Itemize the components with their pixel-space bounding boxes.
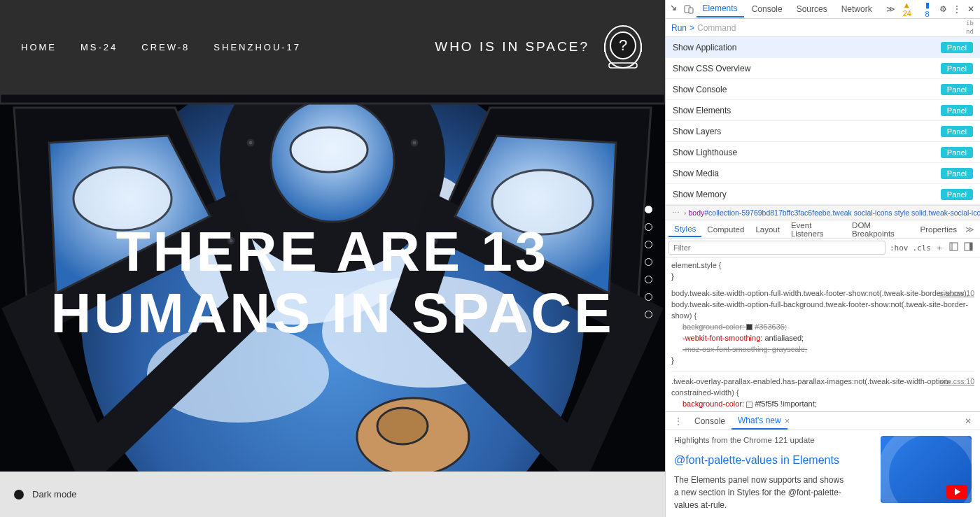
cmd-show-elements[interactable]: Show ElementsPanel	[666, 100, 980, 121]
brand-text: WHO IS IN SPACE?	[435, 39, 589, 55]
brand[interactable]: WHO IS IN SPACE? ?	[435, 0, 644, 94]
cmd-show-layers[interactable]: Show LayersPanel	[666, 121, 980, 142]
dark-mode-dot-icon	[14, 490, 24, 500]
drawer-video-thumb[interactable]	[881, 436, 972, 503]
cmd-show-lighthouse[interactable]: Show LighthousePanel	[666, 142, 980, 163]
hero-section: THERE ARE 13 HUMANS IN SPACE	[0, 94, 665, 472]
svg-point-19	[377, 408, 428, 444]
drawer-description: The Elements panel now supports and show…	[674, 474, 849, 511]
svg-point-14	[290, 127, 368, 172]
command-prompt-icon: >	[690, 23, 694, 33]
subtab-computed[interactable]: Computed	[701, 222, 750, 236]
dark-mode-bar[interactable]: Dark mode	[0, 472, 665, 517]
close-devtools-icon[interactable]: ✕	[965, 3, 977, 15]
tab-sources[interactable]: Sources	[790, 1, 834, 17]
inspect-icon[interactable]	[668, 3, 681, 15]
hov-toggle[interactable]: :hov	[890, 243, 909, 253]
subtab-overflow-icon[interactable]: ≫	[962, 225, 977, 234]
computed-styles-icon[interactable]	[949, 242, 958, 253]
nav-crew8[interactable]: CREW-8	[141, 42, 190, 52]
tab-elements[interactable]: Elements	[696, 1, 744, 17]
cmd-show-application[interactable]: Show ApplicationPanel	[666, 37, 980, 58]
source-link[interactable]: site.css:10	[939, 376, 974, 387]
dark-mode-label: Dark mode	[32, 489, 77, 500]
styles-filter-input[interactable]	[668, 241, 886, 255]
website-pane: HOME MS-24 CREW-8 SHENZHOU-17 WHO IS IN …	[0, 0, 665, 517]
drawer-more-icon[interactable]: ⋮	[668, 416, 688, 426]
info-count[interactable]: ▮ 8	[925, 1, 936, 18]
hero-title: THERE ARE 13 HUMANS IN SPACE	[0, 221, 665, 344]
subtab-properties[interactable]: Properties	[915, 222, 962, 236]
svg-rect-26	[950, 243, 958, 250]
drawer-tab-whats-new[interactable]: What's new	[732, 413, 788, 430]
devtools-tabstrip: Elements Console Sources Network ≫ ▲ 24 …	[666, 0, 980, 19]
tab-network[interactable]: Network	[835, 1, 878, 17]
drawer-headline[interactable]: @font-palette-values in Elements	[674, 454, 872, 467]
cls-toggle[interactable]: .cls	[913, 243, 932, 253]
chevron-icon: ⋯	[672, 208, 680, 217]
cmd-show-console[interactable]: Show ConsolePanel	[666, 79, 980, 100]
styles-filter-row: :hov .cls ＋	[666, 239, 980, 257]
drawer-tab-close-icon[interactable]: ×	[785, 416, 790, 426]
nav-shenzhou17[interactable]: SHENZHOU-17	[214, 42, 301, 52]
drawer-close-icon[interactable]: ✕	[959, 416, 977, 426]
dot-7[interactable]	[645, 311, 652, 318]
dot-4[interactable]	[645, 258, 652, 266]
devtools-drawer: ⋮ Console What's new × ✕ Highlights from…	[666, 411, 980, 517]
subtab-layout[interactable]: Layout	[750, 222, 785, 236]
command-menu-list: Show ApplicationPanel Show CSS OverviewP…	[666, 37, 980, 205]
svg-rect-25	[689, 8, 693, 13]
warning-count[interactable]: ▲ 24	[903, 1, 921, 17]
breadcrumb-tag[interactable]: body	[689, 208, 705, 217]
astronaut-helmet-icon: ?	[602, 22, 644, 71]
dot-2[interactable]	[645, 223, 652, 231]
settings-icon[interactable]: ⚙	[937, 3, 950, 15]
tab-overflow[interactable]: ≫	[880, 1, 902, 17]
source-link[interactable]: site.css:10	[939, 288, 974, 299]
dot-5[interactable]	[645, 276, 652, 283]
more-icon[interactable]: ⋮	[951, 3, 963, 15]
subtab-event-listeners[interactable]: Event Listeners	[785, 218, 846, 241]
devtools-pane: ib nd umn id ro iz do ex te e- le -la > …	[665, 0, 980, 517]
cmd-show-memory[interactable]: Show MemoryPanel	[666, 184, 980, 205]
cmd-show-css-overview[interactable]: Show CSS OverviewPanel	[666, 58, 980, 79]
device-toolbar-icon[interactable]	[682, 3, 695, 15]
command-menu-bar: Run > Command	[666, 19, 980, 37]
drawer-body: Highlights from the Chrome 121 update @f…	[666, 430, 980, 517]
rule-element-style[interactable]: element.style { }	[671, 260, 974, 283]
main-nav: HOME MS-24 CREW-8 SHENZHOU-17	[21, 42, 301, 52]
command-run-label: Run	[671, 23, 687, 33]
dot-3[interactable]	[645, 241, 652, 248]
subtab-dom-breakpoints[interactable]: DOM Breakpoints	[846, 218, 914, 241]
breadcrumb-classes[interactable]: #collection-59769bd817bffc3fac6feebe.twe…	[704, 208, 980, 217]
drawer-tabstrip: ⋮ Console What's new × ✕	[666, 412, 980, 430]
styles-rules: element.style { } site.css:10 body.tweak…	[666, 257, 980, 411]
drawer-tab-console[interactable]: Console	[688, 413, 732, 429]
styles-subtabs: Styles Computed Layout Event Listeners D…	[666, 220, 980, 239]
svg-rect-29	[969, 243, 972, 250]
youtube-play-icon	[946, 485, 967, 499]
site-header: HOME MS-24 CREW-8 SHENZHOU-17 WHO IS IN …	[0, 0, 665, 94]
dot-6[interactable]	[645, 293, 652, 301]
svg-text:?: ?	[619, 36, 627, 54]
svg-point-21	[412, 140, 417, 146]
command-input[interactable]: Command	[697, 23, 736, 33]
drawer-highlight: Highlights from the Chrome 121 update	[674, 436, 872, 444]
toggle-sidebar-icon[interactable]	[964, 242, 973, 253]
cmd-show-media[interactable]: Show MediaPanel	[666, 163, 980, 184]
svg-point-20	[248, 140, 253, 146]
svg-rect-17	[0, 94, 665, 104]
rule-tweak-footer[interactable]: site.css:10 body.tweak-site-width-option…	[671, 288, 974, 367]
rule-parallax[interactable]: site.css:10 .tweak-overlay-parallax-enab…	[671, 376, 974, 411]
new-style-rule-icon[interactable]: ＋	[935, 242, 944, 254]
nav-home[interactable]: HOME	[21, 42, 57, 52]
tab-console[interactable]: Console	[746, 1, 789, 17]
nav-ms24[interactable]: MS-24	[80, 42, 118, 52]
subtab-styles[interactable]: Styles	[668, 222, 701, 237]
section-dots	[645, 206, 652, 318]
dot-1[interactable]	[645, 206, 652, 213]
